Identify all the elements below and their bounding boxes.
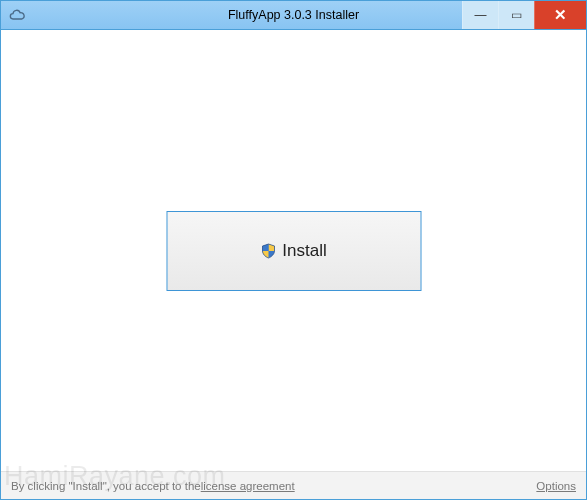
install-button[interactable]: Install [166,211,421,291]
footer-prefix-text: By clicking "Install", you accept to the [11,480,201,492]
maximize-button[interactable]: ▭ [498,1,534,29]
content-area: Install [9,38,578,471]
footer-bar: By clicking "Install", you accept to the… [1,471,586,499]
minimize-button[interactable]: — [462,1,498,29]
cloud-icon [9,7,25,23]
license-agreement-link[interactable]: license agreement [201,480,295,492]
title-bar: FluffyApp 3.0.3 Installer — ▭ ✕ [0,0,587,30]
window-controls: — ▭ ✕ [462,1,586,29]
install-button-label: Install [282,241,326,261]
window-client-area: Install By clicking "Install", you accep… [0,30,587,500]
close-button[interactable]: ✕ [534,1,586,29]
options-link[interactable]: Options [536,480,576,492]
uac-shield-icon [260,243,276,259]
